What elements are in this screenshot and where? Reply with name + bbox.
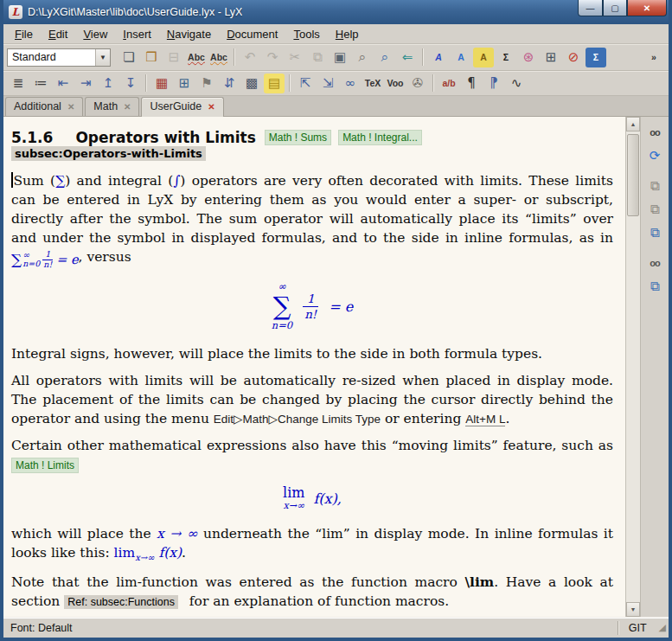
text-run: for an explanation of function macros. (185, 593, 449, 609)
view-source-icon[interactable]: Voo (385, 74, 406, 93)
copy-icon[interactable]: ⧉ (307, 48, 328, 67)
menu-help[interactable]: Help (328, 26, 367, 42)
paste-icon[interactable]: ▣ (330, 48, 350, 67)
navigate-back-icon[interactable]: ⇐ (397, 48, 418, 67)
tab-math[interactable]: Math✕ (85, 97, 139, 116)
preview-plot-icon[interactable]: ∿ (506, 74, 527, 93)
section-number: 5.1.6 (11, 129, 53, 146)
inline-math-sum-symbol[interactable]: ∑ (55, 173, 65, 189)
index-entry-badge[interactable]: Math ! Integral... (338, 130, 422, 145)
insert-graphics-icon[interactable]: ▦ (151, 74, 172, 93)
compare-icon[interactable]: oo (644, 253, 665, 272)
update-preview-icon[interactable]: ⊛ (518, 48, 539, 67)
scroll-up-arrow-icon[interactable]: ▲ (626, 117, 640, 131)
menu-insert[interactable]: Insert (115, 26, 159, 42)
checkout-icon[interactable]: ⧉ (644, 222, 665, 242)
scrollbar-thumb[interactable] (627, 134, 639, 216)
menu-edit[interactable]: Edit (41, 26, 75, 42)
paragraph-break-icon[interactable]: ⁋ (483, 74, 504, 93)
toggle-formula-type-icon[interactable]: ⇵ (219, 74, 240, 93)
cross-reference-badge[interactable]: Ref: subsec:Functions (64, 595, 178, 609)
insert-table-icon[interactable]: ⊞ (541, 48, 561, 67)
new-document-icon[interactable]: ❏ (118, 48, 139, 67)
menu-view[interactable]: View (75, 26, 115, 42)
paragraph-style-dropdown[interactable]: Standard ▼ (7, 48, 111, 67)
menu-file[interactable]: File (7, 26, 41, 42)
section-demote-icon[interactable]: ⇲ (317, 74, 338, 93)
stop-display-icon[interactable]: ⊘ (563, 48, 584, 67)
index-entry-badge[interactable]: Math ! Sums (265, 130, 331, 145)
toolbar-overflow-icon[interactable]: » (643, 48, 664, 67)
tex-code-icon[interactable]: TeX (362, 74, 383, 93)
tab-label: Math (93, 100, 118, 112)
search-icon[interactable]: ⌕ (374, 48, 395, 67)
insert-note-icon[interactable]: ▤ (264, 74, 285, 93)
maximize-button[interactable]: ▢ (603, 0, 627, 16)
menu-document[interactable]: Document (219, 26, 285, 42)
tab-userguide[interactable]: UserGuide✕ (141, 97, 223, 117)
menu-tools[interactable]: Tools (285, 26, 327, 42)
tab-close-icon[interactable]: ✕ (208, 102, 214, 112)
menu-navigate[interactable]: Navigate (159, 26, 219, 42)
increase-depth-icon[interactable]: ⇥ (75, 74, 96, 93)
minimize-button[interactable]: — (578, 0, 603, 16)
move-paragraph-up-icon[interactable]: ↥ (98, 74, 118, 93)
lyx-window: L D:\LyXGit\Master\lib\doc\UserGuide.lyx… (0, 0, 672, 641)
save-document-icon[interactable]: ⊟ (163, 48, 184, 67)
tab-additional[interactable]: Additional✕ (5, 97, 83, 116)
move-paragraph-down-icon[interactable]: ↧ (120, 74, 141, 93)
redo-icon[interactable]: ↷ (262, 48, 283, 67)
noun-icon[interactable]: A (451, 48, 471, 67)
find-replace-icon[interactable]: ⌕ (352, 48, 373, 67)
scroll-down-arrow-icon[interactable]: ▼ (626, 602, 640, 617)
document-work-area[interactable]: 5.1.6 Operators with Limits Math ! Sums … (3, 117, 625, 617)
tab-close-icon[interactable]: ✕ (124, 102, 131, 112)
fraction-icon[interactable]: a/b (438, 74, 459, 93)
enumerate-list-icon[interactable]: ≔ (30, 74, 51, 93)
label-badge[interactable]: subsec:Operators-with-Limits (11, 146, 206, 161)
vertical-scrollbar[interactable]: ▲ ▼ (625, 117, 640, 617)
inline-formula-sum[interactable]: ∑∞n=01n!= e (11, 249, 79, 270)
insert-hyperlink-icon[interactable]: ∞ (340, 74, 361, 93)
maximize-icon: ▢ (611, 3, 618, 13)
open-document-icon[interactable]: ❒ (141, 48, 162, 67)
display-formula-lim[interactable]: lim x→∞ f(x), (11, 486, 613, 510)
register-icon[interactable]: ⧉ (644, 176, 665, 196)
text-style-icon[interactable]: A (473, 48, 494, 67)
insert-label-icon[interactable]: ⚑ (196, 74, 217, 93)
paragraph-1: Sum (∑) and integral (∫) operators are v… (11, 171, 613, 270)
update-icon[interactable]: ⟳ (644, 145, 665, 165)
cut-icon[interactable]: ✂ (285, 48, 305, 67)
decrease-depth-icon[interactable]: ⇤ (53, 74, 74, 93)
paperclip-icon[interactable]: ✇ (407, 74, 428, 93)
scrollbar-track[interactable] (626, 131, 640, 602)
menu-bar: FileEditViewInsertNavigateDocumentToolsH… (3, 24, 669, 44)
math-mode-icon[interactable]: Σ (496, 48, 516, 67)
undo-icon[interactable]: ↶ (240, 48, 260, 67)
inline-math-arrow[interactable]: x → ∞ (157, 526, 197, 542)
checkin-icon[interactable]: ⧉ (644, 199, 665, 219)
chevron-down-icon[interactable]: ▼ (95, 49, 110, 66)
history-icon[interactable]: ⧉ (644, 276, 665, 296)
insert-matrix-icon[interactable]: ▩ (241, 74, 262, 93)
toolbar-row1-icons: ❏❒⊟AbcAbc↶↷✂⧉▣⌕⌕⇐AAAΣ⊛⊞⊘Σ» (118, 48, 665, 67)
section-promote-icon[interactable]: ⇱ (295, 74, 316, 93)
inline-formula-lim[interactable]: limx→∞ f(x) (114, 545, 182, 561)
itemize-list-icon[interactable]: ≣ (8, 74, 29, 93)
tab-close-icon[interactable]: ✕ (67, 102, 74, 112)
emphasis-icon[interactable]: A (428, 48, 449, 67)
close-button[interactable]: ✕ (627, 0, 667, 16)
continuous-spellcheck-icon[interactable]: Abc (208, 48, 229, 67)
text-run: ) and integral ( (65, 173, 173, 189)
paragraph-settings-icon[interactable]: ¶ (461, 74, 482, 93)
resize-grip-icon[interactable]: ◢ (659, 622, 666, 633)
binoculars-icon[interactable]: oo (644, 122, 665, 142)
check-spelling-icon[interactable]: Abc (186, 48, 207, 67)
title-bar[interactable]: L D:\LyXGit\Master\lib\doc\UserGuide.lyx… (3, 0, 669, 24)
version-control-toolbar: oo⟳⧉⧉⧉oo⧉ (640, 117, 669, 617)
display-formula-sum[interactable]: ∞ ∑ n=0 1 n! = e (11, 282, 613, 330)
status-bar: Font: Default GIT ◢ (3, 617, 669, 638)
insert-tabular-icon[interactable]: ⊞ (174, 74, 195, 93)
index-entry-badge[interactable]: Math ! Limits (11, 458, 79, 473)
instant-preview-icon[interactable]: Σ (586, 48, 606, 67)
